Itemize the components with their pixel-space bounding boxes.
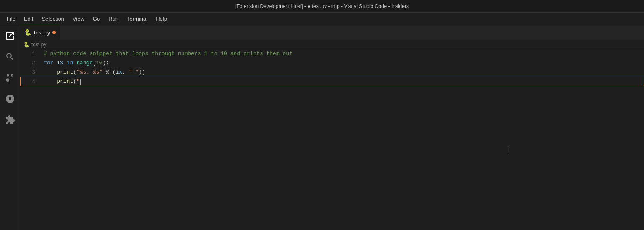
line-content-1: # python code snippet that loops through…: [40, 49, 293, 58]
menu-run[interactable]: Run: [105, 14, 122, 24]
search-icon[interactable]: [3, 50, 17, 64]
python-file-icon: 🐍: [24, 29, 31, 36]
ibeam-cursor: |: [507, 145, 509, 154]
menu-bar: File Edit Selection View Go Run Terminal…: [0, 13, 644, 25]
code-editor[interactable]: 1 # python code snippet that loops throu…: [20, 49, 644, 230]
breadcrumb-file-icon: 🐍: [24, 42, 30, 48]
title-bar: [Extension Development Host] - ● test.py…: [0, 0, 644, 13]
modified-indicator: [52, 31, 56, 34]
line-content-2: for ix in range(10):: [40, 58, 109, 68]
menu-edit[interactable]: Edit: [21, 14, 37, 24]
breadcrumb: 🐍 test.py: [20, 40, 644, 49]
line-content-4: print(": [40, 77, 81, 86]
text-cursor: [80, 79, 81, 85]
line-number-3: 3: [20, 68, 40, 77]
source-control-icon[interactable]: [3, 71, 17, 85]
line-number-4: 4: [20, 77, 40, 86]
extensions-icon[interactable]: [3, 113, 17, 127]
menu-file[interactable]: File: [3, 14, 19, 24]
line-number-1: 1: [20, 49, 40, 58]
line-number-2: 2: [20, 58, 40, 68]
tab-label: test.py: [34, 29, 50, 36]
menu-go[interactable]: Go: [89, 14, 103, 24]
title-text: [Extension Development Host] - ● test.py…: [235, 3, 409, 9]
menu-help[interactable]: Help: [152, 14, 170, 24]
main-layout: 🐍 test.py 🐍 test.py 1 # python code snip…: [0, 25, 644, 230]
code-lines: 1 # python code snippet that loops throu…: [20, 49, 644, 86]
breadcrumb-path: test.py: [31, 42, 46, 48]
menu-view[interactable]: View: [69, 14, 88, 24]
run-debug-icon[interactable]: [3, 92, 17, 106]
code-line-1: 1 # python code snippet that loops throu…: [20, 49, 644, 58]
code-line-2: 2 for ix in range(10):: [20, 58, 644, 68]
menu-terminal[interactable]: Terminal: [123, 14, 151, 24]
editor-area: 🐍 test.py 🐍 test.py 1 # python code snip…: [20, 25, 644, 230]
explorer-icon[interactable]: [3, 29, 17, 43]
code-line-3: 3 print("%s: %s" % (ix, " ")): [20, 68, 644, 77]
line-content-3: print("%s: %s" % (ix, " ")): [40, 68, 145, 77]
menu-selection[interactable]: Selection: [38, 14, 67, 24]
activity-bar: [0, 25, 20, 230]
tab-bar: 🐍 test.py: [20, 25, 644, 40]
code-line-4: 4 print(": [20, 77, 644, 86]
tab-test-py[interactable]: 🐍 test.py: [20, 25, 60, 40]
